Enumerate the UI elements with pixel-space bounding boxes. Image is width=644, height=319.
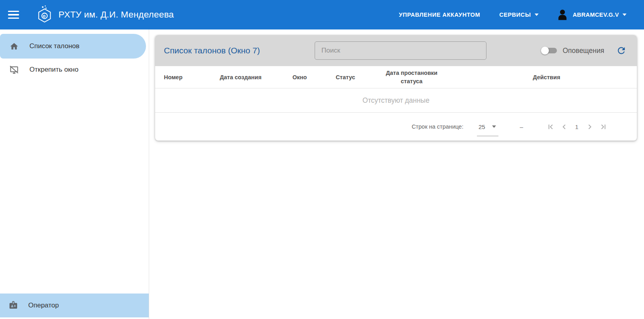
rows-per-page-select[interactable]: 25 [478, 123, 497, 130]
refresh-icon[interactable] [616, 45, 626, 56]
sidebar-item-operator[interactable]: Оператор [0, 294, 149, 317]
table-empty-state: Отсутствуют данные [155, 88, 637, 113]
column-header-actions: Действия [456, 74, 637, 80]
rows-per-page-label: Строк на странице: [412, 123, 463, 130]
badge-icon [9, 300, 18, 311]
chevron-down-icon [623, 14, 626, 16]
home-icon [9, 42, 19, 51]
sidebar-item-label: Список талонов [29, 42, 80, 50]
column-header-number: Номер [155, 74, 206, 80]
chevron-down-icon [492, 125, 496, 128]
sidebar-item-label: Оператор [28, 301, 59, 309]
app-bar: РХТУ им. Д.И. Менделеева УПРАВЛЕНИЕ АККА… [0, 0, 644, 29]
select-underline [477, 136, 498, 136]
chevron-right-icon[interactable] [583, 121, 596, 133]
notifications-label: Оповещения [562, 47, 604, 55]
column-header-status-date: Дата простановки статуса [367, 69, 456, 85]
nav-services-dropdown[interactable]: СЕРВИСЫ [499, 12, 539, 18]
toggle-thumb [541, 47, 549, 55]
last-page-icon[interactable] [596, 121, 610, 133]
monitor-off-icon [9, 65, 19, 75]
search-input[interactable] [315, 41, 486, 60]
page-range-text: – [520, 123, 523, 130]
sidebar: Список талонов Открепить окно Оператор [0, 29, 149, 319]
page-title: Список талонов (Окно 7) [164, 46, 260, 55]
menu-icon[interactable] [8, 9, 19, 21]
user-menu[interactable]: ABRAMCEV.G.V [556, 8, 626, 22]
column-header-created-date: Дата создания [206, 74, 276, 80]
chevron-left-icon[interactable] [557, 121, 571, 133]
university-logo-icon [36, 5, 53, 25]
chevron-down-icon [535, 14, 539, 16]
column-header-status: Статус [324, 74, 367, 80]
column-header-window: Окно [276, 74, 324, 80]
username: ABRAMCEV.G.V [573, 12, 619, 18]
first-page-icon[interactable] [544, 121, 557, 133]
pager-controls: 1 [544, 121, 610, 133]
current-page-number: 1 [571, 123, 583, 130]
app-title: РХТУ им. Д.И. Менделеева [58, 10, 174, 20]
main-content: Список талонов (Окно 7) Оповещения Номер… [150, 29, 644, 319]
table-header-row: Номер Дата создания Окно Статус Дата про… [155, 66, 637, 88]
sidebar-item-unpin-window[interactable]: Открепить окно [0, 59, 149, 81]
sidebar-item-label: Открепить окно [29, 66, 78, 74]
nav-account-management[interactable]: УПРАВЛЕНИЕ АККАУНТОМ [399, 12, 480, 18]
sidebar-item-ticket-list[interactable]: Список талонов [0, 34, 146, 59]
pagination-bar: Строк на странице: 25 – [155, 113, 637, 141]
card-toolbar: Список талонов (Окно 7) Оповещения [155, 35, 637, 66]
notifications-toggle[interactable] [541, 47, 557, 55]
person-silhouette-icon [556, 8, 569, 22]
ticket-list-card: Список талонов (Окно 7) Оповещения Номер… [155, 35, 637, 141]
